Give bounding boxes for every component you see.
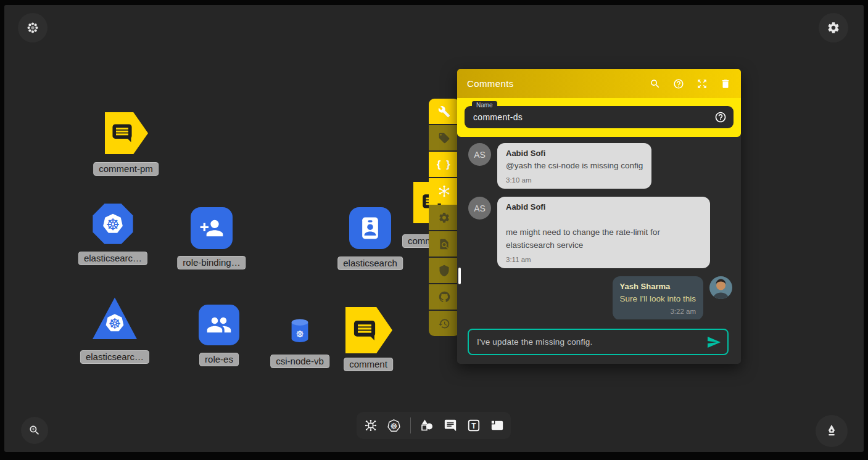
- comments-panel-header[interactable]: Comments: [457, 69, 741, 98]
- comments-list[interactable]: AS Aabid Sofi @yash the csi-node is miss…: [457, 137, 741, 319]
- text-tool-button[interactable]: [463, 414, 484, 437]
- node-label[interactable]: elasticsearch: [337, 257, 403, 270]
- expand-icon[interactable]: [696, 78, 708, 89]
- canvas-tool-dock: [357, 412, 511, 439]
- history-icon: [438, 318, 450, 330]
- kubernetes-icon: [100, 211, 126, 237]
- shield-icon: [438, 265, 450, 277]
- braces-icon: { }: [437, 158, 452, 171]
- image-tool-button[interactable]: [487, 414, 508, 437]
- node-label[interactable]: elasticsearc…: [78, 252, 147, 265]
- name-section: Name comment-ds: [457, 98, 741, 137]
- person-add-icon: [199, 216, 224, 240]
- comments-panel: Comments Name comment-ds AS Aabid Sofi @…: [457, 69, 741, 364]
- tag-icon: [438, 132, 450, 144]
- zoom-button[interactable]: [21, 417, 48, 444]
- node-label[interactable]: role-binding…: [177, 256, 246, 269]
- avatar-photo: [709, 276, 732, 299]
- svg-text:☸: ☸: [296, 329, 304, 339]
- help-circle-icon[interactable]: [714, 111, 727, 123]
- kubernetes-tool-button[interactable]: [384, 414, 405, 437]
- flower-burst-icon: [26, 21, 39, 35]
- comment-text: Sure I'll look into this: [620, 293, 696, 305]
- comment-author: Aabid Sofi: [506, 149, 643, 158]
- gear-icon: [438, 212, 450, 224]
- node-label[interactable]: elasticsearc…: [80, 350, 149, 364]
- cylinder-kubernetes-icon: ☸: [287, 318, 312, 343]
- toolbar-tag-button[interactable]: [429, 125, 460, 150]
- node-elasticsearch[interactable]: [349, 207, 391, 249]
- text-tool-icon: [467, 419, 481, 432]
- settings-button[interactable]: [819, 13, 848, 43]
- node-role-binding[interactable]: [191, 207, 233, 249]
- node-role-es[interactable]: [199, 305, 239, 345]
- github-icon: [438, 290, 451, 303]
- node-action-toolbar: { }: [429, 99, 460, 336]
- comment-time: 3:10 am: [506, 176, 643, 184]
- comment-filled-icon: [444, 419, 457, 432]
- hub-icon: [437, 184, 451, 198]
- comment-bubble[interactable]: Aabid Sofi @yash the csi-node is missing…: [497, 143, 651, 189]
- comment-author: Yash Sharma: [620, 282, 696, 291]
- comment-text: me might need to change the rate-limit f…: [506, 226, 701, 252]
- toolbar-braces-button[interactable]: { }: [429, 152, 460, 177]
- comment-bubble[interactable]: Yash Sharma Sure I'll look into this 3:2…: [613, 276, 703, 319]
- chat-bubble-icon: [110, 121, 134, 146]
- delete-icon[interactable]: [720, 78, 731, 89]
- id-badge-icon: [357, 215, 384, 242]
- toolbar-doc-search-button[interactable]: [429, 231, 460, 257]
- avatar: AS: [468, 197, 491, 220]
- comment-bubble[interactable]: Aabid Sofi me might need to change the r…: [497, 197, 710, 268]
- zoom-in-icon: [28, 424, 41, 437]
- comment-message: AS Aabid Sofi me might need to change th…: [468, 197, 732, 268]
- shapes-tool-button[interactable]: [416, 414, 437, 437]
- people-icon: [206, 312, 232, 338]
- comment-message: AS Aabid Sofi @yash the csi-node is miss…: [468, 143, 732, 189]
- pen-tool-button[interactable]: [816, 415, 848, 447]
- chat-bubble-icon: [351, 317, 378, 344]
- circuit-icon: [363, 418, 378, 433]
- kubernetes-icon: [103, 311, 126, 335]
- node-label[interactable]: comment-pm: [93, 162, 159, 176]
- toolbar-hub-button[interactable]: [429, 178, 460, 203]
- node-label[interactable]: role-es: [199, 353, 239, 366]
- image-tool-icon: [490, 419, 504, 432]
- node-label[interactable]: comment: [344, 358, 393, 371]
- comment-time: 3:11 am: [506, 256, 701, 263]
- node-label[interactable]: csi-node-vb: [270, 355, 329, 368]
- search-icon[interactable]: [650, 78, 661, 89]
- comment-message: Yash Sharma Sure I'll look into this 3:2…: [468, 276, 732, 319]
- avatar: AS: [468, 143, 491, 166]
- send-button[interactable]: [706, 335, 721, 350]
- panel-scrollbar[interactable]: [458, 268, 461, 284]
- name-input[interactable]: Name comment-ds: [465, 106, 734, 128]
- comment-input[interactable]: I've update the missing config.: [468, 329, 729, 355]
- comment-input-value: I've update the missing config.: [469, 337, 706, 347]
- toolbar-gear-button[interactable]: [429, 205, 460, 230]
- toolbar-shield-button[interactable]: [429, 258, 460, 283]
- name-field-value: comment-ds: [465, 112, 714, 122]
- settings-gear-icon: [827, 21, 840, 35]
- help-icon[interactable]: [673, 78, 684, 89]
- comment-tool-button[interactable]: [440, 414, 461, 437]
- shapes-icon: [420, 418, 434, 433]
- doc-search-icon: [438, 238, 450, 250]
- apps-menu-button[interactable]: [18, 13, 48, 43]
- pen-nib-icon: [824, 423, 840, 439]
- name-field-label: Name: [472, 101, 497, 110]
- comment-text: @yash the csi-node is missing config: [506, 160, 643, 172]
- wrench-icon: [438, 105, 450, 118]
- toolbar-github-button[interactable]: [429, 284, 460, 310]
- kubernetes-outline-icon: [386, 418, 402, 433]
- comment-author: Aabid Sofi: [506, 202, 701, 212]
- components-tool-button[interactable]: [360, 414, 381, 437]
- toolbar-wrench-button[interactable]: [429, 99, 460, 124]
- node-csi-node-vb[interactable]: ☸: [287, 318, 312, 343]
- toolbar-divider: [410, 417, 411, 433]
- toolbar-history-button[interactable]: [429, 311, 460, 336]
- comment-time: 3:22 am: [620, 308, 696, 315]
- panel-title: Comments: [467, 78, 650, 89]
